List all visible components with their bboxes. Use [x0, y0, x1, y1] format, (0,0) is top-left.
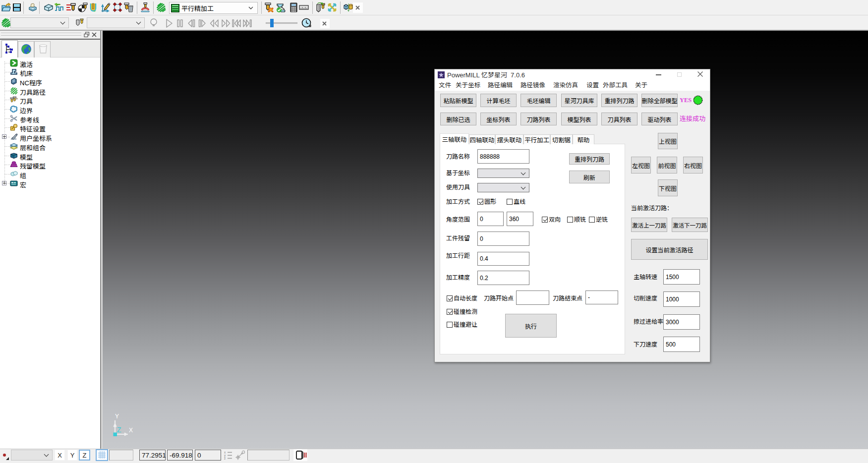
- svg-text:z: z: [224, 457, 226, 460]
- svg-text:Z: Z: [117, 426, 121, 434]
